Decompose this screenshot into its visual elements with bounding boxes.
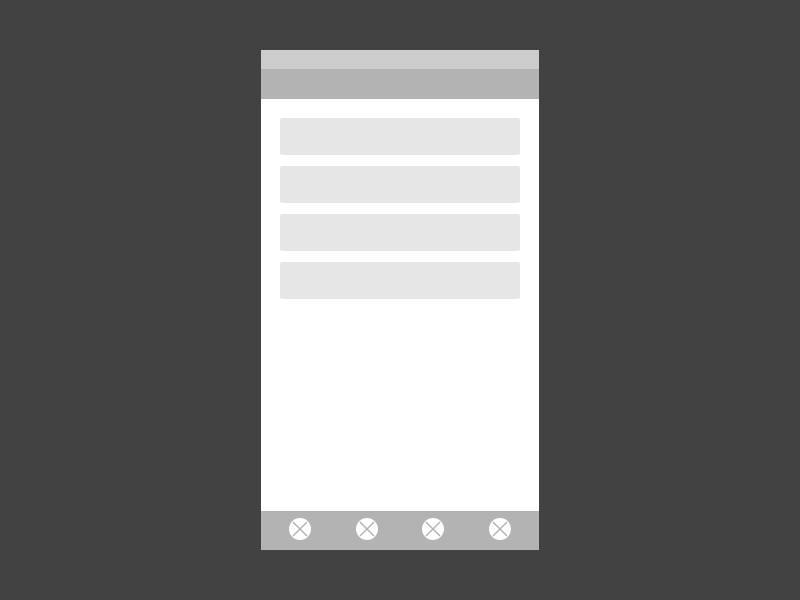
- content-area: [261, 99, 539, 511]
- circle-x-icon: [288, 517, 312, 545]
- tab-button-3[interactable]: [421, 519, 445, 543]
- circle-x-icon: [488, 517, 512, 545]
- list-item[interactable]: [280, 118, 520, 155]
- list-item[interactable]: [280, 166, 520, 203]
- tab-bar: [261, 511, 539, 550]
- circle-x-icon: [355, 517, 379, 545]
- title-bar: [261, 69, 539, 99]
- tab-button-2[interactable]: [355, 519, 379, 543]
- tab-button-4[interactable]: [488, 519, 512, 543]
- tab-button-1[interactable]: [288, 519, 312, 543]
- phone-wireframe: [261, 50, 539, 550]
- status-bar: [261, 50, 539, 69]
- circle-x-icon: [421, 517, 445, 545]
- list-item[interactable]: [280, 214, 520, 251]
- list-item[interactable]: [280, 262, 520, 299]
